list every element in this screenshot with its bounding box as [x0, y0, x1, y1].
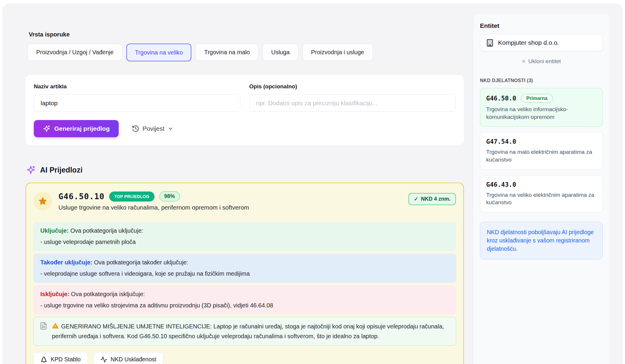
nkd-compliance-label: NKD Usklađenost — [111, 356, 156, 363]
excludes-lead: Isključuje: Ova potkategorija isključuje… — [40, 291, 449, 298]
activity-code-row: G47.54.0 — [486, 138, 597, 145]
activity-code: G46.50.0 — [486, 95, 516, 102]
includes-label: Uključuje: — [40, 227, 69, 234]
segment-proizvodnja-i-usluge[interactable]: Proizvodnja i usluge — [303, 44, 373, 61]
activity-code-row: G46.43.0 — [486, 181, 597, 188]
entity-card[interactable]: Kompjuter shop d.o.o. — [480, 34, 603, 51]
segment-trgovina-na-malo[interactable]: Trgovina na malo — [195, 44, 258, 61]
excludes-label: Isključuje: — [40, 291, 69, 297]
excludes-box: Isključuje: Ova potkategorija isključuje… — [33, 285, 456, 314]
nkd-match-badge: ✓ NKD 4 znm. — [408, 193, 456, 205]
entity-name: Kompjuter shop d.o.o. — [498, 39, 559, 46]
segment-trgovina-na-veliko[interactable]: Trgovina na veliko — [126, 44, 192, 61]
document-icon — [39, 322, 47, 330]
tree-icon — [40, 356, 47, 363]
chevron-down-icon — [168, 126, 174, 132]
suggestion-code: G46.50.10 — [58, 192, 104, 201]
suggestion-head-text: G46.50.10 TOP PRIJEDLOG 98% Usluge trgov… — [58, 191, 249, 211]
activity-code: G47.54.0 — [486, 138, 516, 145]
activity-card[interactable]: G46.43.0 Trgovina na veliko električnim … — [480, 175, 603, 212]
history-label: Povijest — [143, 125, 165, 132]
activity-description: Trgovina na malo električnim aparatima z… — [486, 148, 597, 163]
name-field-label: Naziv artikla — [34, 83, 240, 90]
activity-code-row: G46.50.0 Primarna — [486, 94, 597, 103]
building-icon — [486, 39, 494, 47]
sparkles-icon — [43, 125, 50, 132]
entity-section-label: Entitet — [480, 22, 603, 29]
suggestion-code-row: G46.50.10 TOP PRIJEDLOG 98% — [58, 191, 249, 202]
activity-description: Trgovina na veliko informacijsko-komunik… — [486, 106, 597, 121]
description-field-label: Opis (opcionalno) — [249, 83, 456, 90]
also-includes-lead: Također uključuje: Ova potkategorija tak… — [40, 259, 449, 266]
warning-icon — [52, 323, 59, 332]
description-field-group: Opis (opcionalno) — [249, 83, 456, 112]
also-includes-intro: Ova potkategorija također uključuje: — [92, 259, 188, 266]
ai-opinion-box: GENERIRANO MIŠLJENJE UMJETNE INTELIGENCI… — [33, 317, 456, 346]
delivery-type-segments: Proizvodnja / Uzgoj / Vađenje Trgovina n… — [28, 44, 464, 61]
ai-suggestions-heading: AI Prijedlozi — [26, 165, 464, 175]
activity-code: G46.43.0 — [486, 181, 516, 188]
close-icon: × — [522, 58, 526, 65]
generate-button-label: Generiraj prijedlog — [54, 125, 110, 132]
segment-proizvodnja-uzgoj-vadenje[interactable]: Proizvodnja / Uzgoj / Vađenje — [28, 44, 122, 61]
history-icon — [132, 125, 139, 132]
confidence-badge: 98% — [159, 191, 180, 202]
segment-usluga[interactable]: Usluga — [263, 44, 298, 61]
star-icon — [37, 196, 48, 207]
excludes-item: - usluge trgovine na veliko strojevima z… — [40, 302, 449, 309]
classification-form-card: Naziv artikla Opis (opcionalno) Generira… — [26, 75, 464, 146]
form-actions: Generiraj prijedlog Povijest — [34, 120, 456, 137]
activity-description: Trgovina na veliko električnim aparatima… — [486, 191, 597, 206]
suggestion-title: Usluge trgovine na veliko računalima, pe… — [58, 204, 249, 211]
ai-opinion-text: GENERIRANO MIŠLJENJE UMJETNE INTELIGENCI… — [52, 322, 450, 341]
includes-intro: Ova potkategorija uključuje: — [69, 227, 143, 234]
description-input[interactable] — [249, 94, 456, 112]
history-toggle[interactable]: Povijest — [132, 125, 174, 132]
top-suggestion-badge: TOP PRIJEDLOG — [109, 191, 154, 202]
activity-card-primary[interactable]: G46.50.0 Primarna Trgovina na veliko inf… — [480, 88, 603, 127]
activity-card[interactable]: G47.54.0 Trgovina na malo električnim ap… — [480, 132, 603, 169]
primary-badge: Primarna — [521, 94, 553, 103]
also-includes-label: Također uključuje: — [40, 259, 92, 266]
includes-item: - usluge veleprodaje pametnih ploča — [40, 239, 449, 245]
check-icon: ✓ — [414, 196, 419, 202]
remove-entity-label: Ukloni entitet — [528, 58, 561, 65]
kpd-tree-button[interactable]: KPD Stablo — [33, 352, 88, 364]
top-suggestion-card: ✓ NKD 4 znm. G46.50.10 TOP PRIJEDLOG 98%… — [26, 183, 464, 364]
generate-suggestion-button[interactable]: Generiraj prijedlog — [34, 120, 119, 137]
excludes-intro: Ova potkategorija isključuje: — [69, 291, 145, 297]
ai-suggestions-title: AI Prijedlozi — [40, 166, 82, 174]
ai-sparkles-icon — [26, 165, 36, 175]
nkd-compliance-button[interactable]: NKD Usklađenost — [93, 352, 163, 364]
nkd-activities-heading: NKD DJELATNOSTI (3) — [480, 78, 603, 83]
delivery-type-label: Vrsta isporuke — [29, 31, 464, 38]
nkd-info-box: NKD djelatnosti poboljšavaju AI prijedlo… — [480, 222, 603, 259]
ai-opinion-label: GENERIRANO MIŠLJENJE UMJETNE INTELIGENCI… — [61, 323, 212, 330]
main-content: Vrsta isporuke Proizvodnja / Uzgoj / Vađ… — [26, 28, 464, 364]
also-includes-box: Također uključuje: Ova potkategorija tak… — [33, 253, 456, 283]
entity-sidebar: Entitet Kompjuter shop d.o.o. × Ukloni e… — [473, 14, 610, 364]
includes-box: Uključuje: Ova potkategorija uključuje: … — [33, 222, 456, 251]
app-container: Vrsta isporuke Proizvodnja / Uzgoj / Vađ… — [2, 3, 623, 364]
article-name-input[interactable] — [34, 94, 240, 112]
kpd-tree-label: KPD Stablo — [51, 356, 81, 363]
remove-entity-link[interactable]: × Ukloni entitet — [480, 58, 603, 65]
also-includes-item: - veleprodajne usluge softvera i videoig… — [40, 270, 449, 277]
includes-lead: Uključuje: Ova potkategorija uključuje: — [40, 227, 449, 234]
suggestion-header: G46.50.10 TOP PRIJEDLOG 98% Usluge trgov… — [33, 191, 456, 211]
star-circle — [33, 192, 52, 211]
nkd-match-badge-label: NKD 4 znm. — [421, 196, 451, 202]
suggestion-actions: KPD Stablo NKD Usklađenost — [33, 352, 456, 364]
name-field-group: Naziv artikla — [34, 83, 240, 112]
activity-icon — [100, 356, 107, 363]
